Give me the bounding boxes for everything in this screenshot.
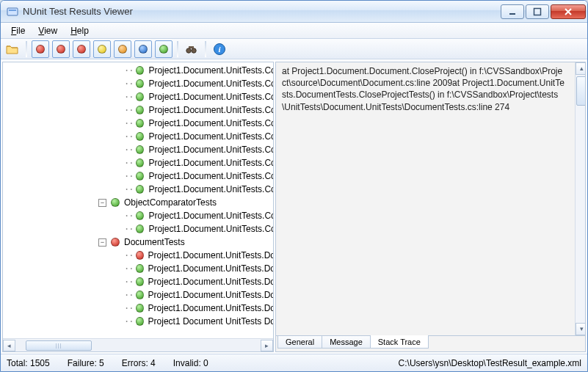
tree-node[interactable]: ··Project1 Document UnitTests Documen — [3, 315, 273, 328]
circle-red-icon — [36, 45, 45, 54]
about-button[interactable]: i — [211, 40, 228, 58]
tree-node-label: Project1.Document.UnitTests.Comp — [148, 118, 273, 128]
tree-node[interactable]: ··Project1.Document.UnitTests.Comp — [3, 117, 273, 130]
statusbar: Total: 1505 Failure: 5 Errors: 4 Invalid… — [1, 354, 587, 371]
detail-text-area[interactable]: at Project1.Document.Document.CloseProje… — [275, 62, 586, 336]
filter-red-3-button[interactable] — [73, 40, 90, 58]
status-green-icon — [136, 264, 143, 273]
tree-node-label: Project1.Document.UnitTests.Documen — [148, 250, 273, 260]
status-green-icon — [136, 158, 144, 167]
tree-node-label: Project1.Document.UnitTests.Documen — [148, 263, 273, 274]
tree-connector: ·· — [124, 79, 133, 89]
scroll-left-button[interactable]: ◂ — [3, 340, 15, 351]
stack-trace-text: at Project1.Document.Document.CloseProje… — [282, 65, 579, 113]
tree-connector: ·· — [124, 145, 133, 155]
scroll-right-button[interactable]: ▸ — [261, 340, 273, 351]
status-green-icon — [136, 225, 144, 233]
status-green-icon — [136, 185, 144, 194]
window-buttons — [499, 4, 586, 19]
detail-tabs: General Message Stack Trace — [275, 336, 586, 352]
circle-red-icon — [57, 45, 65, 54]
scroll-track[interactable] — [576, 75, 586, 323]
svg-point-5 — [192, 48, 196, 52]
status-green-icon — [136, 79, 144, 88]
scroll-up-button[interactable]: ▴ — [576, 62, 586, 75]
minimize-button[interactable] — [501, 4, 524, 19]
tree-node[interactable]: ··Project1.Document.UnitTests.Comp — [3, 143, 273, 156]
tree-node-label: Project1.Document.UnitTests.Comp — [148, 131, 273, 142]
status-failure: Failure: 5 — [68, 358, 104, 368]
tree-node[interactable]: ··Project1.Document.UnitTests.Documen — [3, 288, 273, 302]
tree-node[interactable]: ··Project1.Document.UnitTests.Documen — [3, 302, 273, 315]
filter-red-1-button[interactable] — [32, 40, 49, 58]
tree-node[interactable]: ··Project1.Document.UnitTests.Comp — [3, 209, 273, 222]
tree-node-label: Project1.Document.UnitTests.Comp — [148, 79, 273, 89]
detail-pane: at Project1.Document.Document.CloseProje… — [275, 62, 586, 352]
circle-yellow-icon — [98, 45, 106, 54]
filter-yellow-button[interactable] — [93, 40, 111, 58]
status-green-icon — [136, 172, 144, 180]
tree-node[interactable]: ··Project1.Document.UnitTests.Comp — [3, 156, 273, 169]
toolbar-separator — [205, 41, 206, 57]
open-file-button[interactable] — [4, 40, 21, 58]
scroll-thumb[interactable] — [576, 76, 586, 106]
tree-node-label: DocumentTests — [124, 237, 185, 247]
tree-node[interactable]: ··Project1.Document.UnitTests.Comp — [3, 103, 273, 117]
maximize-button[interactable] — [526, 4, 549, 19]
tree-connector: ·· — [124, 250, 133, 260]
tab-message[interactable]: Message — [322, 336, 371, 349]
close-button[interactable] — [551, 4, 586, 19]
tree-node[interactable]: ··Project1.Document.UnitTests.Comp — [3, 90, 273, 103]
tree-node[interactable]: ··Project1.Document.UnitTests.Comp — [3, 169, 273, 183]
expander-icon[interactable]: − — [98, 238, 106, 247]
tree-node[interactable]: ··Project1.Document.UnitTests.Comp — [3, 77, 273, 90]
expander-icon[interactable]: − — [98, 199, 106, 207]
find-button[interactable] — [183, 40, 200, 58]
status-green-icon — [136, 66, 144, 75]
tree-connector: ·· — [124, 131, 133, 142]
status-green-icon — [136, 291, 143, 299]
tree-node-label: Project1.Document.UnitTests.Comp — [148, 224, 273, 234]
horizontal-scrollbar[interactable]: ◂ ▸ — [3, 338, 273, 351]
tree-node[interactable]: ··Project1.Document.UnitTests.Documen — [3, 262, 273, 275]
status-green-icon — [136, 304, 143, 313]
tab-general[interactable]: General — [277, 336, 322, 349]
scroll-track[interactable] — [15, 340, 261, 351]
menu-file[interactable]: File — [5, 24, 31, 37]
tree-node[interactable]: ··Project1.Document.UnitTests.Comp — [3, 130, 273, 143]
status-red-icon — [111, 238, 120, 247]
tab-stack-trace[interactable]: Stack Trace — [370, 335, 429, 349]
filter-orange-button[interactable] — [114, 40, 131, 58]
status-errors: Errors: 4 — [122, 358, 156, 368]
status-red-icon — [136, 251, 143, 260]
filter-blue-button[interactable] — [134, 40, 152, 58]
circle-red-icon — [77, 45, 86, 54]
tree-connector: ·· — [124, 184, 133, 194]
menu-view[interactable]: View — [32, 24, 63, 37]
tree-connector: ·· — [124, 92, 133, 102]
circle-blue-icon — [139, 45, 148, 54]
tree-node[interactable]: ··Project1.Document.UnitTests.Documen — [3, 275, 273, 288]
tree-node[interactable]: ··Project1.Document.UnitTests.Documen — [3, 249, 273, 262]
app-window: NUnit Test Results Viewer File View Help… — [0, 0, 588, 372]
tree-node[interactable]: ··Project1.Document.UnitTests.Comp — [3, 183, 273, 196]
tree-node[interactable]: −DocumentTests — [3, 236, 273, 249]
vertical-scrollbar[interactable]: ▴ ▾ — [575, 62, 586, 335]
scroll-down-button[interactable]: ▾ — [576, 323, 586, 335]
status-green-icon — [136, 106, 144, 114]
toolbar-separator — [26, 41, 27, 57]
tree-node[interactable]: ··Project1.Document.UnitTests.Comp — [3, 64, 273, 77]
tree-node[interactable]: −ObjectComparatorTests — [3, 196, 273, 209]
tree-connector: ·· — [124, 303, 133, 313]
status-green-icon — [111, 198, 120, 207]
scroll-thumb[interactable] — [26, 340, 92, 351]
filter-red-2-button[interactable] — [52, 40, 70, 58]
titlebar[interactable]: NUnit Test Results Viewer — [1, 1, 587, 23]
tree-connector: ·· — [124, 277, 133, 287]
tree-connector: ·· — [124, 65, 133, 76]
menu-help[interactable]: Help — [65, 24, 95, 37]
tree-scroll-area[interactable]: ··Project1.Document.UnitTests.Comp··Proj… — [3, 62, 273, 338]
filter-green-button[interactable] — [155, 40, 173, 58]
tree-connector: ·· — [124, 211, 133, 221]
tree-node[interactable]: ··Project1.Document.UnitTests.Comp — [3, 222, 273, 236]
